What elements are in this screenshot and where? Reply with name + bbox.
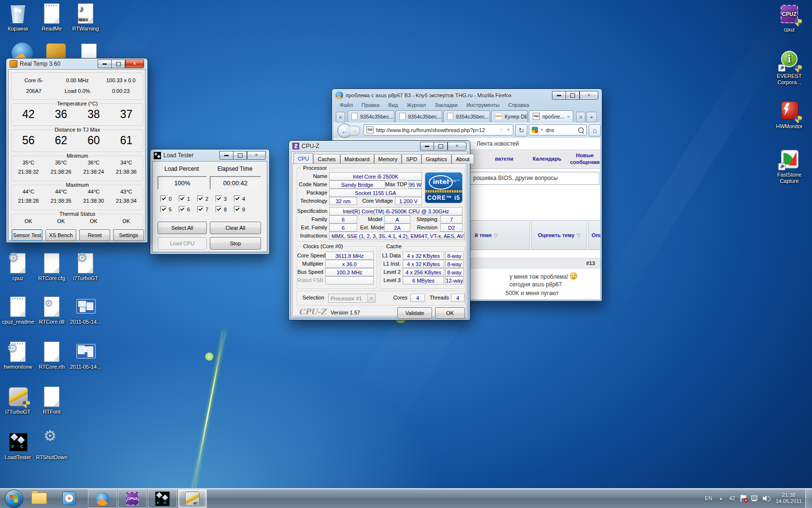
maximize-button[interactable] (233, 151, 247, 160)
menu-history[interactable]: Журнал (403, 102, 430, 110)
desktop-icon-cpuz-app[interactable]: CPUZ cpuz (772, 4, 806, 33)
home-button[interactable]: ⌂ (589, 124, 601, 136)
select-all-button[interactable]: Select All (158, 222, 207, 234)
close-button[interactable]: × (580, 91, 598, 100)
clear-all-button[interactable]: Clear All (210, 222, 261, 234)
minimize-button[interactable] (420, 142, 434, 150)
forum-header-options[interactable]: Опции просмотра (588, 220, 600, 250)
core-checkbox-6[interactable]: 6 (179, 206, 190, 212)
show-hidden-icons-button[interactable]: ▲ (719, 496, 723, 501)
desktop-icon-loadtester[interactable]: FC LoadTester (2, 432, 34, 461)
tab-graphics[interactable]: Graphics (421, 154, 451, 164)
cpuz-titlebar[interactable]: Z CPU-Z × (289, 141, 470, 151)
new-tab-button[interactable]: + (586, 112, 597, 122)
tab-scroll-right-button[interactable]: > (576, 112, 585, 122)
minimize-button[interactable] (552, 91, 566, 100)
browser-tab-active[interactable]: THG пробле... × (529, 110, 573, 122)
tab-cpu[interactable]: CPU (293, 153, 313, 164)
menu-file[interactable]: Файл (336, 102, 357, 110)
xs-bench-button[interactable]: XS Bench (45, 229, 76, 241)
close-button[interactable]: × (448, 142, 466, 150)
tab-scroll-left-button[interactable]: < (336, 112, 345, 122)
bookmark-star-icon[interactable]: ☆ (498, 126, 504, 134)
desktop-icon-cpuz-readme[interactable]: cpuz_readme (2, 296, 34, 325)
core-checkbox-8[interactable]: 8 (216, 206, 227, 212)
desktop-icon-hwmonitorw[interactable]: ⚙ hwmonitorw (2, 341, 34, 370)
desktop-icon-readme[interactable]: ReadMe (36, 3, 68, 32)
taskbar-mediaplayer-button[interactable] (61, 491, 77, 506)
desktop-icon-screenshot-2[interactable]: 2011-05-14... (70, 341, 102, 370)
maximize-button[interactable] (111, 60, 125, 68)
search-bar[interactable]: ▼ dns (529, 124, 587, 135)
desktop-icon-i7turbogt-doc[interactable]: ⚙ i7TurboGT (70, 253, 102, 282)
desktop-icon-rtcore-dll[interactable]: ⚙ RTCore.dll (36, 296, 68, 325)
desktop-icon-rtcore-cfg[interactable]: RTCore.cfg (36, 253, 68, 282)
forum-nav-new-messages[interactable]: Новые сообщения (567, 152, 600, 165)
menu-help[interactable]: Справка (504, 102, 533, 110)
tab-spd[interactable]: SPD (402, 154, 421, 164)
desktop-icon-screenshot-1[interactable]: 2011-05-14... (70, 296, 102, 325)
core-checkbox-7[interactable]: 7 (197, 206, 208, 212)
forum-nav-users[interactable]: ватели (495, 156, 513, 162)
desktop-icon-everest[interactable]: i↗ EVEREST Corpora... (772, 50, 806, 86)
desktop-icon-recycle-bin[interactable]: Корзина (2, 3, 34, 32)
maximize-button[interactable] (566, 91, 580, 100)
core-checkbox-9[interactable]: 9 (234, 206, 245, 212)
url-dropdown-icon[interactable]: ▼ (507, 128, 510, 132)
tab-caches[interactable]: Caches (313, 154, 340, 164)
browser-tab-1[interactable]: 9354c35bec... (348, 110, 394, 122)
search-magnifier-icon[interactable] (578, 127, 584, 133)
url-text[interactable]: http://www.thg.ru/forum/showthread.php?p… (376, 127, 496, 133)
network-icon[interactable] (751, 495, 758, 501)
menu-bookmarks[interactable]: Закладки (431, 102, 462, 110)
desktop-icon-rtcore-rth[interactable]: RTCore.rth (36, 341, 68, 370)
core-checkbox-0[interactable]: 0 (160, 195, 172, 202)
validate-button[interactable]: Validate (397, 307, 432, 319)
core-checkbox-5[interactable]: 5 (160, 206, 172, 212)
sensor-test-button[interactable]: Sensor Test (12, 229, 43, 241)
url-bar[interactable]: THG http://www.thg.ru/forum/showthread.p… (363, 124, 513, 135)
desktop-icon-faststone[interactable]: ↗ FastStone Capture (772, 149, 806, 184)
tab-memory[interactable]: Memory (374, 154, 402, 164)
forward-button[interactable]: → (350, 126, 360, 135)
menu-tools[interactable]: Инструменты (463, 102, 504, 110)
ok-button[interactable]: OK (435, 307, 465, 319)
desktop-icon-cpuz-cfg[interactable]: ⚙ cpuz (2, 253, 34, 282)
tab-close-icon[interactable]: × (567, 114, 570, 120)
maximize-button[interactable] (434, 142, 448, 150)
realtemp-titlebar[interactable]: Real Temp 3.60 × (6, 59, 147, 69)
start-button[interactable] (5, 490, 23, 508)
browser-tab-2[interactable]: 9354c35bec... (395, 110, 442, 122)
desktop-icon-rtshutdown[interactable]: ⚙ RTShutDown (36, 432, 68, 461)
menu-edit[interactable]: Правка (358, 102, 383, 110)
desktop-icon-hwmonitor[interactable]: HWMonitor (772, 101, 806, 130)
close-button[interactable]: × (125, 60, 144, 68)
tab-about[interactable]: About (451, 154, 474, 164)
reset-button[interactable]: Reset (79, 229, 110, 241)
close-button[interactable]: × (247, 151, 266, 160)
forum-nav-calendar[interactable]: Календарь (533, 156, 561, 162)
language-indicator[interactable]: EN (705, 495, 712, 501)
forum-header-rate[interactable]: Оценить тему ▽ (531, 220, 587, 250)
firefox-titlebar[interactable]: проблема с asus p8p67 B3 - Клуб эксперто… (332, 89, 602, 102)
minimize-button[interactable] (98, 60, 111, 68)
core-checkbox-4[interactable]: 4 (234, 195, 245, 202)
search-engine-dropdown-icon[interactable]: ▼ (540, 128, 544, 132)
core-checkbox-3[interactable]: 3 (216, 195, 227, 202)
taskbar-loadtester-button[interactable]: FC (148, 489, 177, 508)
desktop-icon-rtwarning[interactable]: ♪ WAV RTWarning (70, 3, 102, 32)
desktop-icon-rtfont[interactable]: RTFont (36, 386, 68, 415)
loadtester-titlebar[interactable]: Load Tester × (150, 149, 269, 161)
tab-mainboard[interactable]: Mainboard (340, 154, 374, 164)
core-checkbox-2[interactable]: 2 (197, 195, 208, 202)
browser-tab-3[interactable]: 9354c35bec... (443, 110, 490, 122)
search-text[interactable]: dns (546, 127, 576, 133)
browser-tab-4[interactable]: DNS Кулер DEEP... (491, 110, 528, 122)
realtemp-tray-temp[interactable]: 42 (729, 495, 735, 501)
settings-button[interactable]: Settings (113, 229, 144, 241)
desktop-icon-i7turbogt-app[interactable]: i7TurboGT (2, 386, 34, 415)
menu-view[interactable]: Вид (384, 102, 402, 110)
taskbar-clock[interactable]: 21:3814.05.2011 (776, 492, 802, 505)
volume-icon[interactable] (763, 495, 769, 501)
minimize-button[interactable] (219, 151, 233, 160)
